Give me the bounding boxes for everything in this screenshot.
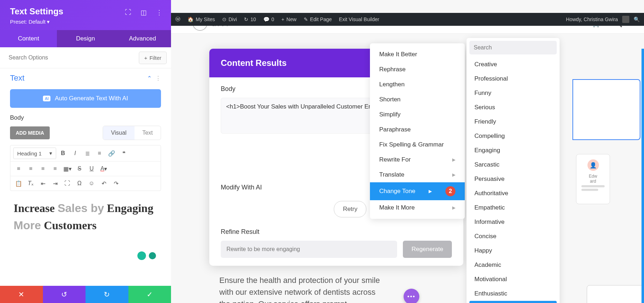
search-options-input[interactable] xyxy=(4,51,139,64)
tone-option-friendly[interactable]: Friendly xyxy=(469,115,557,129)
my-sites-link[interactable]: 🏠 My Sites xyxy=(187,16,215,22)
tab-design[interactable]: Design xyxy=(57,30,114,47)
tone-option-compelling[interactable]: Compelling xyxy=(469,129,557,143)
bold-button[interactable]: B xyxy=(58,148,68,158)
improve-menu-shorten[interactable]: Shorten xyxy=(370,92,465,107)
exit-builder-link[interactable]: Exit Visual Builder xyxy=(339,16,379,22)
improve-menu-paraphrase[interactable]: Paraphrase xyxy=(370,122,465,137)
text-tab[interactable]: Text xyxy=(135,126,161,140)
more-icon[interactable]: ⋮ xyxy=(156,9,162,16)
tone-option-creative[interactable]: Creative xyxy=(469,57,557,72)
focus-icon[interactable]: ⛶ xyxy=(125,9,131,16)
heading-select[interactable]: Heading 1▾ xyxy=(13,148,56,159)
chevron-right-icon: ▶ xyxy=(452,172,455,177)
tone-option-informative[interactable]: Informative xyxy=(469,215,557,229)
outdent-button[interactable]: ⇤ xyxy=(38,178,48,188)
text-color-button[interactable]: A▾ xyxy=(98,164,109,174)
save-button[interactable]: ✓ xyxy=(128,286,171,303)
regenerate-button[interactable]: Regenerate xyxy=(403,241,452,258)
tone-option-authoritative[interactable]: Authoritative xyxy=(469,186,557,201)
align-right-button[interactable]: ≡ xyxy=(38,164,48,174)
grammarly-icon[interactable] xyxy=(137,251,146,260)
undo-button[interactable]: ↶ xyxy=(98,178,109,188)
tone-option-concise[interactable]: Concise xyxy=(469,229,557,244)
tab-content[interactable]: Content xyxy=(0,30,57,47)
underline-button[interactable]: U xyxy=(86,164,97,174)
tone-option-funny[interactable]: Funny xyxy=(469,86,557,100)
edit-page-link[interactable]: ✎ Edit Page xyxy=(304,16,332,22)
tone-option-academic[interactable]: Academic xyxy=(469,258,557,272)
section-options-icon[interactable]: ⋮ xyxy=(155,75,161,82)
improve-menu-fix-spelling-grammar[interactable]: Fix Spelling & Grammar xyxy=(370,137,465,152)
tone-option-serious[interactable]: Serious xyxy=(469,100,557,115)
admin-search-icon[interactable]: 🔍 xyxy=(634,16,640,22)
quote-button[interactable]: ❝ xyxy=(118,148,129,158)
refine-input[interactable] xyxy=(221,241,397,258)
bullet-list-button[interactable]: ≣ xyxy=(82,148,93,158)
tone-option-persuasive[interactable]: Persuasive xyxy=(469,172,557,186)
indent-button[interactable]: ⇥ xyxy=(50,178,60,188)
improve-menu-make-it-more[interactable]: Make It More▶ xyxy=(370,200,465,215)
tab-advanced[interactable]: Advanced xyxy=(114,30,171,47)
emoji-button[interactable]: ☺ xyxy=(86,178,97,188)
site-divi-link[interactable]: ⊙ Divi xyxy=(222,16,237,22)
section-text-title[interactable]: Text xyxy=(10,73,24,83)
align-left-button[interactable]: ≡ xyxy=(13,164,24,174)
add-media-button[interactable]: ADD MEDIA xyxy=(10,126,50,139)
comments-link[interactable]: 💬 0 xyxy=(263,16,274,22)
user-avatar[interactable] xyxy=(622,16,629,23)
editor-content[interactable]: Increase Sales by Engaging More Customer… xyxy=(10,191,161,242)
improve-menu-change-tone[interactable]: Change Tone▶2 xyxy=(370,182,465,200)
builder-outline-box[interactable] xyxy=(572,79,640,140)
link-button[interactable]: 🔗 xyxy=(106,148,117,158)
fab-more-button[interactable]: ••• xyxy=(404,289,419,303)
auto-generate-button[interactable]: AI Auto Generate Text With AI xyxy=(10,89,161,108)
redo-button[interactable]: ↷ xyxy=(111,178,121,188)
cancel-button[interactable]: ✕ xyxy=(0,286,43,303)
paste-button[interactable]: 📋 xyxy=(13,178,24,188)
improve-menu-simplify[interactable]: Simplify xyxy=(370,107,465,122)
builder-outline-box[interactable] xyxy=(587,285,644,303)
chevron-up-icon[interactable]: ⌃ xyxy=(147,75,152,82)
expand-icon[interactable]: ◫ xyxy=(141,9,147,16)
new-link[interactable]: + New xyxy=(281,16,296,22)
wp-logo-icon[interactable]: ⓦ xyxy=(175,16,180,23)
fullscreen-button[interactable]: ⛶ xyxy=(62,178,73,188)
improve-menu-rewrite-for[interactable]: Rewrite For▶ xyxy=(370,152,465,167)
improve-ai-menu: Make It BetterRephraseLengthenShortenSim… xyxy=(370,43,465,219)
tone-option-casual[interactable]: Casual3 xyxy=(469,301,557,303)
bottom-actions: ✕ ↺ ↻ ✓ xyxy=(0,286,171,303)
table-button[interactable]: ▦▾ xyxy=(62,164,73,174)
improve-menu-make-it-better[interactable]: Make It Better xyxy=(370,47,465,62)
undo-changes-button[interactable]: ↺ xyxy=(43,286,86,303)
tone-option-empathetic[interactable]: Empathetic xyxy=(469,201,557,215)
redo-changes-button[interactable]: ↻ xyxy=(86,286,128,303)
howdy-user[interactable]: Howdy, Christina Gwira xyxy=(566,16,618,22)
clear-format-button[interactable]: Tₓ xyxy=(25,178,36,188)
text-settings-panel: Text Settings Preset: Default ▾ ⛶ ◫ ⋮ Co… xyxy=(0,0,171,303)
number-list-button[interactable]: ≡ xyxy=(94,148,105,158)
improve-menu-translate[interactable]: Translate▶ xyxy=(370,167,465,182)
preset-selector[interactable]: Preset: Default ▾ xyxy=(10,19,161,25)
retry-button[interactable]: Retry xyxy=(334,201,366,217)
improve-menu-rephrase[interactable]: Rephrase xyxy=(370,62,465,77)
visual-tab[interactable]: Visual xyxy=(103,126,134,140)
strike-button[interactable]: S xyxy=(74,164,85,174)
align-justify-button[interactable]: ≡ xyxy=(50,164,60,174)
testimonial-card[interactable]: 👤 Edward xyxy=(576,154,610,204)
align-center-button[interactable]: ≡ xyxy=(25,164,36,174)
tone-option-engaging[interactable]: Engaging xyxy=(469,143,557,158)
grammarly-status-icon[interactable] xyxy=(148,251,157,260)
special-char-button[interactable]: Ω xyxy=(74,178,85,188)
tone-option-sarcastic[interactable]: Sarcastic xyxy=(469,158,557,172)
tone-option-motivational[interactable]: Motivational xyxy=(469,272,557,287)
tone-option-happy[interactable]: Happy xyxy=(469,244,557,258)
tone-option-enthusiastic[interactable]: Enthusiastic xyxy=(469,287,557,301)
filter-button[interactable]: +Filter xyxy=(139,52,167,64)
chevron-right-icon: ▶ xyxy=(452,157,455,162)
tone-search-input[interactable] xyxy=(469,41,557,54)
updates-link[interactable]: ↻ 10 xyxy=(244,16,256,22)
improve-menu-lengthen[interactable]: Lengthen xyxy=(370,77,465,92)
tone-option-professional[interactable]: Professional xyxy=(469,72,557,86)
italic-button[interactable]: I xyxy=(70,148,80,158)
